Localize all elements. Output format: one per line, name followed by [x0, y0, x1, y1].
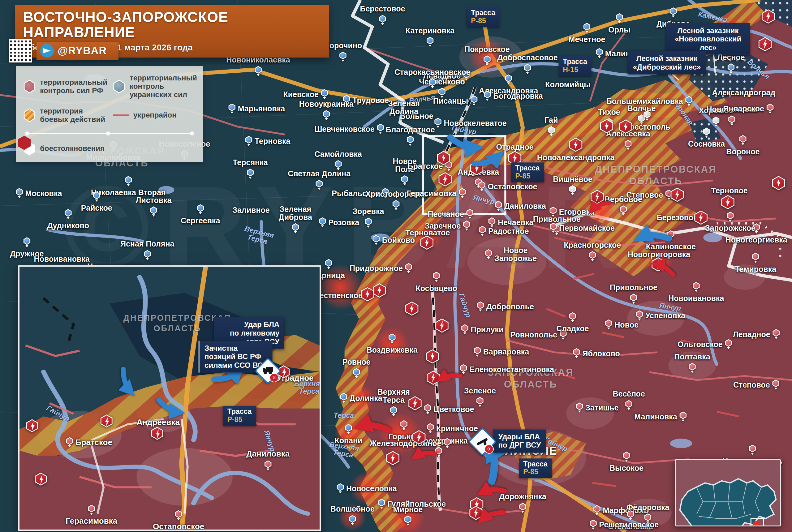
legend-item-label: территория боевых действий	[40, 107, 107, 124]
river-label: Гайчур	[45, 404, 71, 422]
telegram-icon	[40, 44, 54, 58]
settlement-name: Даниловка	[246, 450, 289, 458]
page-title: ВОСТОЧНО-ЗАПОРОЖСКОЕ НАПРАВЛЕНИЕ	[23, 10, 321, 40]
settlement-label: Остаповское	[153, 510, 204, 531]
settlement-marker-ru	[175, 510, 182, 520]
hex-combat-icon	[23, 109, 36, 122]
settlement-marker-ru	[66, 437, 73, 447]
legend-item-line-fort: укрепрайон	[113, 107, 197, 124]
attack-arrow-blue	[118, 366, 139, 399]
settlement-name: Братское	[75, 438, 112, 446]
brand-name: @RYBAR	[58, 44, 107, 57]
inset-items-layer: АндреевкаБратскоеГерасимовкаОстаповскоеО…	[19, 267, 320, 530]
legend-item-hex-ru: территориальный контроль сил РФ	[23, 74, 107, 99]
road-sign-word: Трасса	[227, 408, 252, 416]
clash-icon	[100, 415, 113, 428]
settlement-marker-ru	[88, 505, 95, 515]
road-sign: ТрассаР-85	[223, 406, 256, 425]
legend-panel: территориальный контроль сил РФтерритори…	[16, 66, 203, 162]
river-label: Янчур	[263, 429, 277, 452]
settlement-label: Герасимовка	[65, 505, 117, 526]
legend-item-hex-ua: территориальный контроль украинских сил	[113, 74, 197, 99]
legend-item-hex-combat: территория боевых действий	[23, 107, 107, 124]
hex-ua-icon	[113, 80, 125, 93]
legend-item-label: территориальный контроль сил РФ	[40, 78, 107, 95]
qr-code	[9, 39, 32, 62]
clash-icon	[26, 419, 39, 432]
rybar-badge[interactable]: @RYBAR	[37, 42, 118, 60]
clash-icon	[151, 427, 164, 440]
settlement-name: Остаповское	[153, 523, 204, 531]
fortified-line-icon	[113, 114, 129, 116]
legend-item-label: территориальный контроль украинских сил	[130, 74, 197, 99]
settlement-name: Герасимовка	[65, 517, 117, 526]
map-scale-bar	[25, 133, 194, 134]
legend-item-label: боестолкновения	[40, 145, 105, 153]
clash-icon	[34, 473, 47, 486]
ukraine-locator-map	[675, 459, 781, 527]
settlement-label: Братское	[66, 437, 112, 447]
legend-item-label: укрепрайон	[133, 111, 177, 119]
settlement-marker-ru	[264, 460, 271, 471]
hex-ru-icon	[23, 80, 36, 93]
map-canvas: ©RYBAR ВОСТОЧНО-ЗАПОРОЖСКОЕ НАПРАВЛЕНИЕ …	[0, 0, 792, 532]
legend-item-hex-clash: боестолкновения	[23, 142, 105, 156]
road-number: Р-85	[227, 416, 252, 424]
hex-clash-icon	[23, 142, 36, 156]
settlement-label: Даниловка	[246, 450, 289, 471]
inset-map: АндреевкаБратскоеГерасимовкаОстаповскоеО…	[18, 265, 321, 531]
